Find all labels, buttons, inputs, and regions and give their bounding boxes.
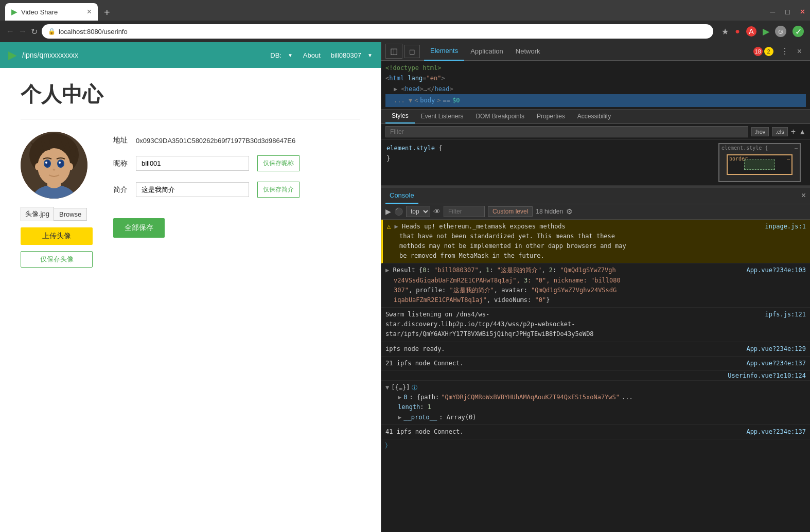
html-line-head[interactable]: ▶ <head>…</head> <box>385 84 806 94</box>
dash-label: – <box>795 145 798 151</box>
sub-tab-dom-breakpoints[interactable]: DOM Breakpoints <box>469 110 531 124</box>
profile-icon[interactable]: ☺ <box>775 26 786 37</box>
save-bio-button[interactable]: 仅保存简介 <box>257 182 300 198</box>
svg-point-13 <box>45 162 47 164</box>
console-close-icon[interactable]: × <box>801 191 806 200</box>
styles-filter-input[interactable] <box>385 126 748 137</box>
console-filter-input[interactable] <box>444 206 485 217</box>
extension-icon1[interactable]: ● <box>735 27 740 36</box>
warn-source-1[interactable]: inpage.js:1 <box>765 222 806 232</box>
styles-content: element.style { } element.style { – bord… <box>381 140 810 186</box>
swarm-source[interactable]: ipfs.js:121 <box>765 310 806 320</box>
console-prompt[interactable]: 〉 <box>381 439 810 451</box>
userinfo-source[interactable]: Userinfo.vue?1e10:124 <box>728 372 806 379</box>
swarm-text-1: Swarm listening on /dns4/ws- <box>385 310 489 320</box>
tab-network[interactable]: Network <box>509 42 547 61</box>
warn-expand-icon[interactable]: ▶ <box>394 223 398 230</box>
win-close-icon[interactable]: × <box>800 7 805 16</box>
console-ipfs-connect1-entry: 21 ipfs node Connect. App.vue?234e:137 <box>381 357 810 371</box>
ipfs-connect1-text: 21 ipfs node Connect. <box>385 359 464 368</box>
console-result-entry: ▶ Result {0: "bill080307", 1: "这是我的简介", … <box>381 263 810 308</box>
save-nickname-button[interactable]: 仅保存昵称 <box>257 155 300 171</box>
array-expand-icon[interactable]: ▼ <box>385 383 389 393</box>
about-link[interactable]: About <box>303 51 321 59</box>
nav-refresh-icon[interactable]: ↻ <box>31 27 38 37</box>
ipfs-ready-source[interactable]: App.vue?234e:129 <box>746 344 806 354</box>
tab-close-icon[interactable]: × <box>87 7 92 16</box>
add-style-icon[interactable]: + <box>791 127 796 136</box>
devtools-device-icon[interactable]: ◻ <box>404 45 420 58</box>
nickname-input[interactable] <box>136 156 249 171</box>
ipfs-connect2-source[interactable]: App.vue?234e:137 <box>746 427 806 437</box>
tab-elements[interactable]: Elements <box>424 42 464 61</box>
html-line-body[interactable]: ... ▼ <body> == $0 <box>385 94 806 107</box>
upload-avatar-button[interactable]: 上传头像 <box>21 227 93 245</box>
sub-tab-accessibility[interactable]: Accessibility <box>571 110 617 124</box>
save-avatar-button[interactable]: 仅保存头像 <box>21 251 93 268</box>
sub-tab-properties[interactable]: Properties <box>531 110 571 124</box>
tab-favicon: ▶ <box>11 8 17 16</box>
padding-box <box>744 159 775 170</box>
console-run-icon[interactable]: ▶ <box>385 207 391 216</box>
win-minimize-icon[interactable]: ─ <box>770 8 775 16</box>
lock-icon: 🔒 <box>48 28 56 35</box>
array-item-expand[interactable]: ▶ <box>398 393 401 402</box>
console-input[interactable] <box>390 441 806 449</box>
styles-sub-tabs: Styles Event Listeners DOM Breakpoints P… <box>381 110 810 124</box>
new-tab-button[interactable]: + <box>100 7 114 21</box>
console-context-select[interactable]: top <box>406 206 430 217</box>
extension-icon4[interactable]: ✓ <box>793 26 804 37</box>
console-settings-icon[interactable]: ⚙ <box>566 207 573 216</box>
console-array-entry: ▼ [{…}] ⓘ ▶ 0 : {path: "QmYDRjCQMRoWxBVB… <box>381 381 810 425</box>
custom-level-btn[interactable]: Custom level <box>488 206 533 217</box>
html-line-html: <html lang="en"> <box>385 73 806 83</box>
result-text-2: v24VSsdGiqabUaFZmR2E1CPAHwT8q1aj", 3: "0… <box>385 276 806 286</box>
proto-expand[interactable]: ▶ <box>398 413 401 422</box>
main-layout: ▶ /ipns/qmxxxxxxxx DB: ▼ About bill08030… <box>0 42 810 532</box>
file-label: 头像.jpg <box>21 207 54 221</box>
address-input-container[interactable]: 🔒 localhost:8080/userinfo <box>42 24 713 39</box>
extension-icon2[interactable]: A <box>746 26 756 37</box>
devtools-more-icon[interactable]: ⋮ <box>777 44 793 58</box>
box-model-visual: element.style { – border – <box>718 143 801 182</box>
swarm-text-3: star/ipfs/QmY6AXHrY17T8VXWBi5jQihqrJPHgT… <box>385 329 806 339</box>
sub-tab-styles[interactable]: Styles <box>385 110 415 124</box>
console-warn-entry: △ ▶ Heads up! ethereum._metamask exposes… <box>381 220 810 264</box>
user-dropdown-icon[interactable]: ▼ <box>367 52 373 58</box>
sub-tab-event-listeners[interactable]: Event Listeners <box>415 110 470 124</box>
scroll-up-icon[interactable]: ▲ <box>799 128 806 136</box>
tab-application[interactable]: Application <box>464 42 509 61</box>
console-tab-label[interactable]: Console <box>385 187 418 204</box>
extension-icon3[interactable]: ▶ <box>763 27 769 37</box>
nickname-label: 昵称 <box>113 159 128 168</box>
win-maximize-icon[interactable]: □ <box>785 8 789 16</box>
address-bar: ← → ↻ 🔒 localhost:8080/userinfo ★ ● A ▶ … <box>0 21 810 42</box>
page-content: 个人中心 <box>0 68 381 532</box>
cls-button[interactable]: .cls <box>772 127 788 136</box>
bookmark-icon[interactable]: ★ <box>721 27 729 37</box>
console-eye-icon[interactable]: 👁 <box>433 207 441 216</box>
devtools-inspect-icon[interactable]: ◫ <box>385 44 402 59</box>
html-line-doctype: <!doctype html> <box>385 63 806 73</box>
devtools-close-icon[interactable]: × <box>793 45 806 58</box>
svg-point-2 <box>38 148 71 185</box>
result-expand-icon[interactable]: ▶ <box>385 267 389 274</box>
nav-forward-icon[interactable]: → <box>19 27 27 36</box>
hov-button[interactable]: :hov <box>751 127 769 136</box>
result-source[interactable]: App.vue?234e:103 <box>746 265 806 275</box>
file-browse-button[interactable]: Browse <box>54 208 87 221</box>
bio-input[interactable] <box>136 182 249 197</box>
save-all-button[interactable]: 全部保存 <box>113 218 165 238</box>
nickname-row: 昵称 仅保存昵称 <box>113 155 300 171</box>
db-dropdown-icon[interactable]: ▼ <box>288 52 293 58</box>
svg-point-14 <box>59 162 61 164</box>
result-text-4: iqabUaFZmR2E1CPAHwT8q1aj", videoNums: "0… <box>385 295 806 305</box>
array-length: length: 1 <box>385 402 806 412</box>
hidden-count: 18 hidden <box>536 208 563 215</box>
nav-back-icon[interactable]: ← <box>6 27 14 36</box>
page-divider <box>21 119 360 119</box>
ipfs-connect1-source[interactable]: App.vue?234e:137 <box>746 359 806 368</box>
browser-tab[interactable]: ▶ Video Share × <box>5 3 98 21</box>
console-ipfs-connect2-entry: 41 ipfs node Connect. App.vue?234e:137 <box>381 425 810 439</box>
console-clear-icon[interactable]: ⚫ <box>394 207 403 216</box>
